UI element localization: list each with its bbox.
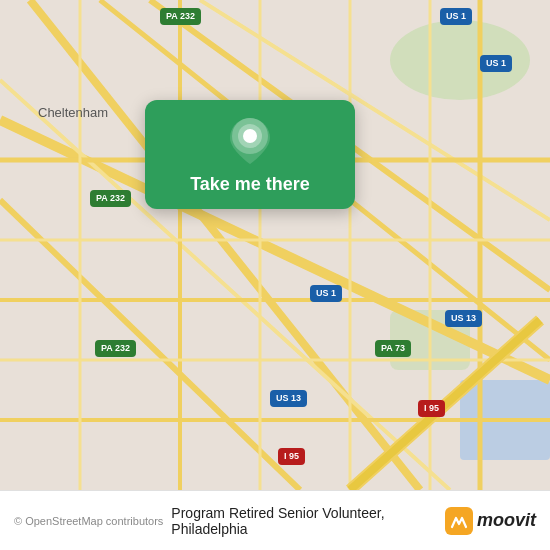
moovit-text: moovit — [477, 510, 536, 531]
road-badge-pa232-mid: PA 232 — [90, 190, 131, 207]
road-badge-us1-center: US 1 — [310, 285, 342, 302]
location-title: Program Retired Senior Volunteer, Philad… — [171, 505, 437, 537]
road-badge-pa232-top: PA 232 — [160, 8, 201, 25]
moovit-icon-svg — [445, 507, 473, 535]
bottom-bar: © OpenStreetMap contributors Program Ret… — [0, 490, 550, 550]
place-label-cheltenham: Cheltenham — [38, 105, 108, 120]
location-pin-icon — [227, 118, 273, 164]
road-badge-us1-right: US 1 — [480, 55, 512, 72]
road-badge-pa73: PA 73 — [375, 340, 411, 357]
popup-label: Take me there — [190, 174, 310, 195]
svg-rect-28 — [445, 507, 473, 535]
road-badge-us1-top: US 1 — [440, 8, 472, 25]
road-badge-pa232-bot: PA 232 — [95, 340, 136, 357]
road-badge-us13-right: US 13 — [445, 310, 482, 327]
map-container: Cheltenham PA 232 US 1 US 1 PA 232 US 1 … — [0, 0, 550, 490]
take-me-there-button[interactable]: Take me there — [145, 100, 355, 209]
road-badge-i95-right: I 95 — [418, 400, 445, 417]
map-background — [0, 0, 550, 490]
road-badge-us13-mid: US 13 — [270, 390, 307, 407]
road-badge-i95-bot: I 95 — [278, 448, 305, 465]
copyright-text: © OpenStreetMap contributors — [14, 515, 163, 527]
svg-point-27 — [245, 132, 255, 142]
moovit-logo[interactable]: moovit — [445, 507, 536, 535]
